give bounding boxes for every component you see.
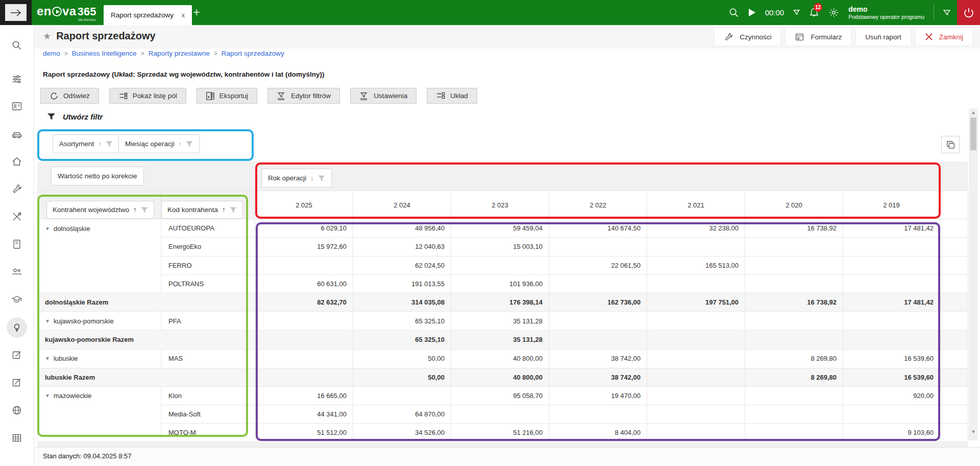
search-icon[interactable] [11, 40, 22, 51]
collapse-triangle-icon[interactable]: ▼ [45, 356, 50, 361]
notifications-button[interactable]: 12 [809, 7, 819, 18]
table-row: ▼mazowieckie Klon 16 665,00 95 058,70 19… [38, 386, 968, 405]
field-label: Kontrahent województwo [53, 206, 129, 214]
edit-form-icon[interactable] [11, 377, 22, 388]
search-icon[interactable] [728, 7, 739, 18]
contact-card-icon[interactable] [11, 101, 22, 112]
table-row: POLTRANS 60 631,00 191 013,55 101 936,00 [38, 274, 968, 293]
filter-funnel-icon[interactable] [106, 141, 113, 147]
create-filter-bar[interactable]: Utwórz filtr [47, 112, 103, 121]
sort-asc-icon[interactable]: ↑ [133, 206, 137, 214]
year-column-header[interactable]: 2 022 [549, 191, 647, 219]
enova365-logo[interactable]: enva365 dla biznesu [37, 4, 96, 18]
field-chip-wartosc-netto[interactable]: Wartość netto po korekcie [51, 167, 144, 185]
zamknij-label: Zamknij [939, 33, 963, 41]
car-icon[interactable] [11, 128, 23, 139]
year-column-header[interactable]: 2 023 [451, 191, 549, 219]
new-tab-button[interactable]: + [190, 6, 203, 19]
sort-asc-icon[interactable]: ↑ [179, 140, 182, 148]
collapse-triangle-icon[interactable]: ▼ [45, 318, 50, 324]
collapse-triangle-icon[interactable]: ▼ [45, 226, 50, 231]
field-label: Asortyment [59, 140, 94, 148]
collapse-triangle-icon[interactable]: ▼ [45, 393, 50, 399]
field-chip-kod-kontrahenta[interactable]: Kod kontrahenta ↑ [161, 201, 243, 219]
pokaz-liste-pol-label: Pokaż listę pól [133, 92, 177, 100]
tab-close-icon[interactable]: x [182, 12, 185, 19]
year-column-header[interactable]: 2 025 [255, 191, 353, 219]
home-icon[interactable] [11, 156, 22, 167]
czynnosci-button[interactable]: Czynności [714, 28, 781, 46]
tools-icon[interactable] [11, 211, 22, 222]
timer-value[interactable]: 00:00 [765, 8, 785, 17]
year-column-header[interactable]: 2 020 [745, 191, 843, 219]
formularz-button[interactable]: Formularz [785, 28, 851, 46]
users-icon[interactable] [11, 266, 23, 277]
favorite-star-icon[interactable]: ★ [43, 31, 51, 42]
pivot-table: Kontrahent województwo ↑ Kod kontrahenta… [37, 191, 968, 442]
total-label-cell: lubuskie Razem [38, 368, 255, 386]
topbar: enva365 dla biznesu Raport sprzedażowy x… [0, 0, 980, 25]
breadcrumb-raport-sprzedazowy[interactable]: Raport sprzedażowy [222, 50, 284, 57]
excel-export-icon: x [206, 91, 215, 101]
eksportuj-button[interactable]: x Eksportuj [197, 88, 257, 104]
uklad-label: Układ [450, 92, 468, 100]
field-chip-asortyment[interactable]: Asortyment ↑ [53, 134, 119, 153]
field-chip-miesiac-operacji[interactable]: Miesiąc operacji ↑ [118, 134, 200, 153]
field-chip-kontrahent-wojewodztwo[interactable]: Kontrahent województwo ↑ [46, 201, 154, 219]
sliders-icon[interactable] [11, 74, 22, 85]
year-column-header[interactable]: 2 019 [843, 191, 940, 219]
user-menu[interactable]: demo Podstawowy operator programu [848, 5, 924, 19]
filter-funnel-icon[interactable] [318, 175, 325, 181]
scroll-up-icon[interactable]: ▲ [969, 110, 978, 115]
edit-note-icon[interactable] [11, 350, 22, 361]
table-row: Media-Soft 44 341,00 64 870,00 [38, 405, 968, 424]
play-icon[interactable] [748, 8, 756, 17]
tab-raport-sprzedazowy[interactable]: Raport sprzedażowy x [104, 5, 192, 25]
logo-text-va: va [62, 4, 77, 18]
user-filter-icon[interactable] [943, 10, 950, 16]
sort-asc-icon[interactable]: ↑ [222, 206, 226, 214]
globe-icon[interactable] [11, 405, 22, 416]
sidebar-expand-button[interactable] [5, 4, 27, 21]
filter-settings-icon [359, 91, 369, 101]
year-column-header[interactable]: 2 021 [647, 191, 745, 219]
province-cell[interactable]: ▼lubuskie [38, 349, 161, 368]
pokaz-liste-pol-button[interactable]: Pokaż listę pól [109, 88, 186, 104]
odswiez-button[interactable]: Odśwież [40, 88, 99, 104]
breadcrumb-business-intelligence[interactable]: Business Intelligence [72, 50, 137, 57]
breadcrumb-demo[interactable]: demo [43, 50, 60, 57]
graduation-cap-icon[interactable] [11, 294, 23, 305]
sort-desc-icon[interactable]: ↓ [310, 174, 314, 182]
sort-asc-icon[interactable]: ↑ [98, 140, 102, 148]
filter-funnel-icon[interactable] [141, 207, 148, 213]
scrollbar-thumb[interactable] [970, 118, 976, 150]
wrench-icon[interactable] [11, 183, 22, 195]
vertical-scrollbar[interactable]: ▲ ▼ [969, 108, 978, 440]
eksportuj-label: Eksportuj [219, 92, 248, 100]
province-cell[interactable]: ▼dolnośląskie [38, 219, 161, 293]
grid-table-icon[interactable] [11, 432, 22, 444]
sidebar-item-active[interactable] [7, 317, 27, 338]
timer-filter-icon[interactable] [793, 10, 800, 15]
copy-layout-button[interactable] [941, 136, 960, 153]
scroll-down-icon[interactable]: ▼ [969, 429, 978, 434]
filter-funnel-icon[interactable] [186, 141, 193, 147]
ustawienia-button[interactable]: Ustawienia [350, 88, 416, 104]
usun-raport-button[interactable]: Usuń raport [855, 28, 911, 46]
field-chip-rok-operacji[interactable]: Rok operacji ↓ [261, 169, 332, 188]
uklad-button[interactable]: Układ [427, 88, 477, 104]
gear-icon[interactable] [828, 7, 839, 18]
province-cell[interactable]: ▼mazowieckie [38, 386, 161, 442]
logo-text-en: en [37, 4, 52, 18]
notebook-icon[interactable] [11, 239, 22, 250]
tab-label: Raport sprzedażowy [111, 11, 174, 19]
filter-funnel-icon[interactable] [230, 207, 237, 213]
contractor-code-cell: POLTRANS [161, 274, 255, 293]
year-column-header[interactable]: 2 024 [353, 191, 451, 219]
zamknij-button[interactable]: Zamknij [915, 28, 973, 46]
province-cell[interactable]: ▼kujawsko-pomorskie [38, 312, 161, 331]
topbar-separator [934, 5, 934, 20]
logout-power-button[interactable] [957, 0, 980, 25]
breadcrumb-raporty-przestawne[interactable]: Raporty przestawne [149, 50, 210, 57]
edytor-filtrow-button[interactable]: Edytor filtrów [267, 88, 340, 104]
